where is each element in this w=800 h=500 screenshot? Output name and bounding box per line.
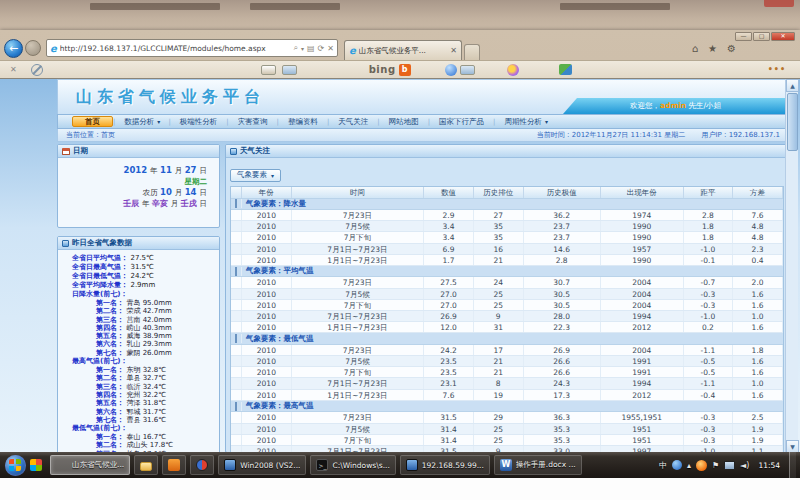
- home-icon[interactable]: ⌂: [692, 43, 698, 54]
- cell: 23.1: [424, 378, 474, 388]
- nav-item-8[interactable]: 国家下行产品: [430, 117, 493, 127]
- nav-item-3[interactable]: 极端性分析: [171, 117, 227, 127]
- ime-icon[interactable]: 中: [659, 460, 667, 471]
- nav-item-5[interactable]: 整编资料: [279, 117, 327, 127]
- clock[interactable]: 11:54: [758, 461, 780, 470]
- nav-item-4[interactable]: 灾害查询: [229, 117, 277, 127]
- browser-tab[interactable]: e 山东省气候业务平... ✕: [344, 40, 462, 60]
- cell: 30.5: [524, 300, 601, 310]
- refresh-icon[interactable]: ⟳: [318, 44, 325, 53]
- more-options-icon[interactable]: •••: [768, 65, 786, 74]
- settings-gear-icon[interactable]: ⚙: [727, 43, 736, 54]
- section-header-row[interactable]: 气象要素：最低气温: [231, 333, 783, 345]
- scroll-up-icon[interactable]: ▲: [786, 79, 799, 92]
- taskbar-button-3[interactable]: [162, 455, 186, 475]
- cell: 2012: [601, 390, 684, 400]
- cell: 14.6: [524, 244, 601, 254]
- volume-icon[interactable]: ◄): [740, 461, 749, 470]
- calendar-lunar: 农历 10 月 14 日: [58, 187, 207, 199]
- cell: 2004: [601, 345, 684, 355]
- taskbar-button-2[interactable]: [134, 455, 158, 475]
- network-icon[interactable]: [724, 461, 735, 470]
- expand-checkbox-icon[interactable]: [235, 402, 237, 411]
- nav-item-6[interactable]: 天气关注: [329, 117, 377, 127]
- compatibility-icon[interactable]: ▤: [307, 44, 315, 53]
- sparkle-icon[interactable]: [507, 64, 519, 76]
- card-icon[interactable]: [261, 65, 276, 75]
- search-icon[interactable]: ⌕: [294, 43, 298, 53]
- cell: 7月23日: [292, 412, 424, 422]
- cell: 1.6: [733, 356, 783, 366]
- expand-checkbox-icon[interactable]: [235, 267, 237, 276]
- taskbar-button-label: Win2008 (VS2...: [240, 461, 300, 470]
- cell: 26.6: [524, 367, 601, 377]
- minimize-button[interactable]: —: [735, 32, 752, 41]
- element-selector-button[interactable]: 气象要素▾: [230, 169, 281, 182]
- mail-icon[interactable]: [282, 65, 297, 75]
- new-tab-button[interactable]: [464, 44, 480, 60]
- start-button[interactable]: [5, 455, 26, 476]
- taskbar-button-4[interactable]: [190, 455, 214, 475]
- cell: 2010: [242, 322, 292, 332]
- cell: 2.0: [733, 277, 783, 287]
- bing-box-icon[interactable]: b: [399, 64, 411, 76]
- search-dropdown-icon[interactable]: ▾: [301, 45, 304, 52]
- nav-item-9[interactable]: 周期性分析: [495, 117, 551, 127]
- cell: 7月5候: [292, 221, 424, 231]
- plugin-puzzle-icon[interactable]: [559, 64, 572, 75]
- expand-checkbox-icon[interactable]: [235, 199, 237, 208]
- stop-icon[interactable]: ✕: [327, 44, 334, 53]
- section-label: 气象要素：降水量: [242, 199, 783, 209]
- column-header: 方差: [733, 187, 783, 198]
- cell: 2.8: [524, 255, 601, 265]
- stat-line: 全省日最高气温： 31.5℃: [72, 263, 219, 272]
- taskbar-button-5[interactable]: Win2008 (VS2...: [218, 455, 306, 475]
- tray-app-icon[interactable]: [672, 460, 682, 470]
- column-header: 出现年份: [601, 187, 684, 198]
- firefox-icon[interactable]: [696, 460, 707, 471]
- tab-title: 山东省气候业务平...: [359, 46, 448, 56]
- section-header-row[interactable]: 气象要素：降水量: [231, 199, 783, 211]
- close-button[interactable]: ✕: [771, 32, 795, 41]
- tab-close-icon[interactable]: ✕: [450, 46, 457, 55]
- calendar-panel-title: 日期: [73, 146, 88, 156]
- column-header: 年份: [242, 187, 292, 198]
- show-desktop-button[interactable]: [789, 452, 796, 478]
- taskbar-button-8[interactable]: W操作手册.docx ...: [494, 455, 582, 475]
- cell: 3.4: [424, 232, 474, 242]
- cell: 1957: [601, 244, 684, 254]
- toolbar-close-icon[interactable]: ✕: [10, 65, 17, 74]
- nav-item-2[interactable]: 数据分析: [115, 117, 163, 127]
- rank-item: 第三名： 莒南 42.0mm: [72, 316, 219, 324]
- back-button[interactable]: ←: [4, 39, 23, 58]
- nav-item-1[interactable]: 首页: [72, 116, 113, 127]
- background-window-title: [90, 3, 220, 10]
- scrollbar-thumb[interactable]: [787, 93, 798, 151]
- cell: 1.8: [733, 345, 783, 355]
- scroll-down-icon[interactable]: ▼: [786, 440, 799, 452]
- bing-logo[interactable]: bing: [369, 64, 396, 75]
- address-bar[interactable]: e http://192.168.137.1/GLCCLIMATE/module…: [46, 39, 338, 57]
- tray-expand-icon[interactable]: ▴: [687, 461, 691, 470]
- cell: 1990: [601, 255, 684, 265]
- section-header-row[interactable]: 气象要素：平均气温: [231, 266, 783, 278]
- expand-checkbox-icon[interactable]: [235, 334, 237, 343]
- taskbar-button-1[interactable]: e山东省气候业...: [50, 455, 130, 475]
- nav-item-7[interactable]: 网站地图: [380, 117, 428, 127]
- action-center-flag-icon[interactable]: ⚑: [712, 461, 719, 470]
- cell: 1.9: [733, 424, 783, 434]
- maximize-button[interactable]: ▢: [753, 32, 770, 41]
- cell: 23.7: [524, 232, 601, 242]
- section-header-row[interactable]: 气象要素：最高气温: [231, 401, 783, 413]
- background-close-button[interactable]: [764, 0, 794, 7]
- forward-button[interactable]: [25, 40, 41, 56]
- taskbar-button-6[interactable]: >_C:\Windows\s...: [310, 455, 395, 475]
- safety-icon[interactable]: [445, 64, 457, 76]
- favorites-star-icon[interactable]: ★: [708, 43, 717, 54]
- cell: 7月下旬: [292, 435, 424, 445]
- scrollbar[interactable]: ▲ ▼: [785, 79, 798, 452]
- cell: 7月23日: [292, 277, 424, 287]
- pinned-app-icon[interactable]: [30, 459, 42, 471]
- wallet-icon[interactable]: [460, 65, 475, 75]
- taskbar-button-7[interactable]: 192.168.59.99...: [400, 455, 490, 475]
